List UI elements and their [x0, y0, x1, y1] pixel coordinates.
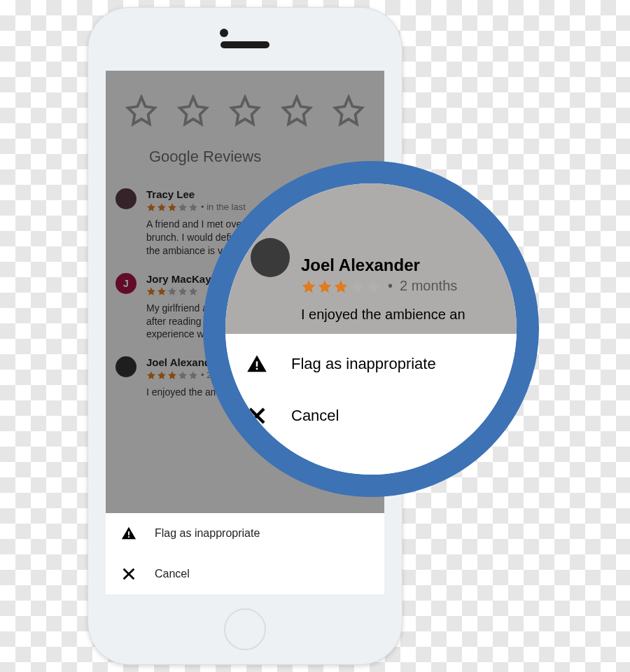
cancel-button[interactable]: Cancel — [225, 390, 517, 442]
svg-rect-1 — [128, 536, 130, 538]
cancel-button[interactable]: Cancel — [106, 554, 384, 594]
close-icon — [246, 405, 267, 426]
cancel-label: Cancel — [291, 407, 339, 425]
review-time: 2 months — [400, 278, 457, 294]
review-text-preview: I enjoyed the ambience an — [301, 307, 465, 323]
rating-stars — [301, 279, 381, 294]
action-sheet: Flag as inappropriate Cancel — [106, 513, 384, 594]
svg-rect-0 — [128, 531, 130, 536]
dot-separator: • — [388, 278, 393, 294]
phone-speaker — [220, 41, 270, 48]
review-meta: • 2 months — [301, 278, 465, 294]
home-button[interactable] — [224, 608, 266, 650]
magnifier-callout: Joel Alexander • 2 months I enjoyed the … — [203, 161, 539, 497]
phone-camera-dot — [220, 29, 228, 37]
close-icon — [121, 566, 136, 582]
flag-inappropriate-button[interactable]: Flag as inappropriate — [106, 513, 384, 554]
svg-rect-3 — [256, 368, 258, 370]
warning-triangle-icon — [246, 354, 267, 374]
warning-triangle-icon — [121, 526, 136, 541]
magnifier-action-sheet: Flag as inappropriate Cancel — [225, 334, 517, 475]
cancel-label: Cancel — [155, 568, 190, 580]
svg-rect-2 — [256, 361, 258, 367]
avatar — [251, 238, 290, 277]
flag-label: Flag as inappropriate — [155, 527, 260, 540]
reviewer-name: Joel Alexander — [301, 255, 465, 275]
flag-inappropriate-button[interactable]: Flag as inappropriate — [225, 338, 517, 390]
magnifier-review-preview: Joel Alexander • 2 months I enjoyed the … — [225, 183, 517, 334]
flag-label: Flag as inappropriate — [291, 355, 436, 373]
